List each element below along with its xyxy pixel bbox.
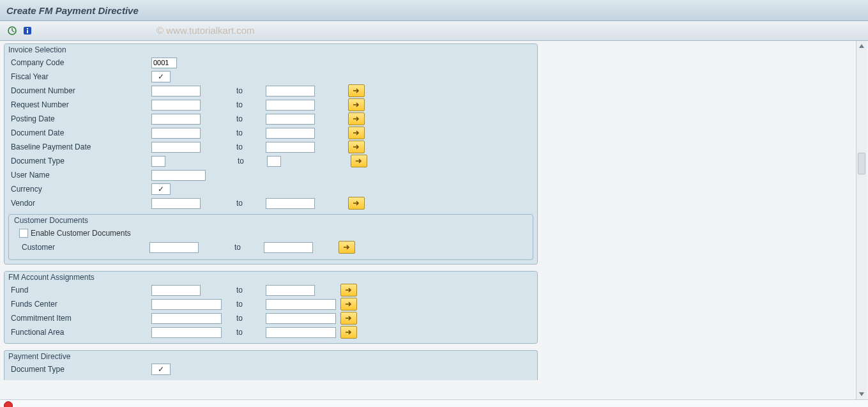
label-fiscal-year: Fiscal Year	[8, 72, 151, 81]
input-funds-center-to[interactable]	[266, 299, 336, 310]
label-to: to	[234, 114, 266, 123]
label-to: to	[234, 142, 266, 151]
multiple-selection-button[interactable]	[348, 127, 365, 139]
input-commitment-to[interactable]	[266, 313, 336, 324]
input-currency[interactable]	[151, 183, 171, 195]
input-document-type-from[interactable]	[151, 156, 165, 167]
input-commitment-from[interactable]	[151, 313, 222, 324]
label-baseline-date: Baseline Payment Date	[8, 142, 151, 151]
svg-line-2	[12, 31, 14, 32]
watermark: © www.tutorialkart.com	[156, 25, 255, 36]
multiple-selection-button[interactable]	[348, 197, 365, 210]
multiple-selection-button[interactable]	[340, 326, 357, 339]
input-request-number-to[interactable]	[266, 100, 315, 111]
multiple-selection-button[interactable]	[348, 112, 365, 125]
input-customer-from[interactable]	[149, 242, 199, 253]
subgroup-title-customer-documents: Customer Documents	[9, 215, 533, 226]
label-enable-customer-documents: Enable Customer Documents	[31, 229, 131, 238]
multiple-selection-button[interactable]	[351, 155, 367, 167]
stop-icon	[4, 401, 13, 407]
label-to: to	[234, 314, 266, 323]
label-document-date: Document Date	[8, 128, 151, 137]
label-to: to	[234, 328, 266, 337]
row-enable-customer-documents: Enable Customer Documents	[19, 226, 528, 240]
label-customer: Customer	[19, 243, 149, 252]
info-icon[interactable]	[22, 25, 33, 36]
input-vendor-to[interactable]	[266, 198, 315, 209]
label-document-type: Document Type	[8, 157, 151, 165]
multiple-selection-button[interactable]	[348, 84, 365, 97]
input-posting-date-from[interactable]	[151, 114, 201, 125]
row-customer: Customer to	[19, 240, 528, 254]
row-fund: Fund to	[8, 283, 533, 297]
multiple-selection-button[interactable]	[340, 312, 357, 325]
checkbox-enable-customer-documents[interactable]	[19, 229, 28, 238]
input-posting-date-to[interactable]	[266, 114, 315, 125]
label-user-name: User Name	[8, 171, 151, 180]
row-commitment-item: Commitment Item to	[8, 311, 533, 325]
input-document-number-from[interactable]	[151, 86, 201, 96]
input-fund-from[interactable]	[151, 285, 201, 296]
input-baseline-date-to[interactable]	[266, 142, 315, 153]
row-pd-document-type: Document Type	[8, 362, 533, 376]
label-commitment-item: Commitment Item	[8, 314, 151, 323]
row-funds-center: Funds Center to	[8, 297, 533, 311]
input-user-name[interactable]	[151, 170, 206, 181]
multiple-selection-button[interactable]	[348, 141, 365, 153]
group-fm-account-assignments: FM Account Assignments Fund to Funds Cen…	[4, 271, 538, 344]
input-document-number-to[interactable]	[266, 86, 315, 96]
toolbar: © www.tutorialkart.com	[0, 21, 868, 41]
input-document-date-from[interactable]	[151, 128, 201, 139]
scroll-down-icon[interactable]	[857, 389, 867, 399]
row-posting-date: Posting Date to	[8, 112, 533, 126]
input-funds-center-from[interactable]	[151, 299, 222, 310]
label-fund: Fund	[8, 286, 151, 295]
input-request-number-from[interactable]	[151, 100, 201, 111]
input-vendor-from[interactable]	[151, 198, 201, 209]
input-functional-area-from[interactable]	[151, 327, 222, 338]
label-to: to	[235, 157, 267, 165]
input-pd-document-type[interactable]	[151, 364, 171, 375]
label-posting-date: Posting Date	[8, 114, 151, 123]
row-user-name: User Name	[8, 168, 533, 182]
row-document-date: Document Date to	[8, 126, 533, 140]
input-baseline-date-from[interactable]	[151, 142, 201, 153]
row-document-number: Document Number to	[8, 84, 533, 98]
input-document-type-to[interactable]	[267, 156, 281, 167]
multiple-selection-button[interactable]	[348, 98, 365, 111]
input-fiscal-year[interactable]	[151, 71, 171, 82]
scroll-track[interactable]	[857, 51, 867, 389]
label-to: to	[234, 300, 266, 309]
vertical-scrollbar[interactable]	[856, 41, 867, 399]
group-title-fm-account: FM Account Assignments	[4, 272, 537, 283]
input-functional-area-to[interactable]	[266, 327, 336, 338]
label-functional-area: Functional Area	[8, 328, 151, 337]
input-document-date-to[interactable]	[266, 128, 315, 139]
row-document-type: Document Type to	[8, 154, 533, 168]
group-title-payment-directive: Payment Directive	[4, 351, 537, 362]
input-customer-to[interactable]	[264, 242, 313, 253]
form-content: Invoice Selection Company Code Fiscal Ye…	[0, 41, 542, 384]
input-fund-to[interactable]	[266, 285, 315, 296]
label-document-number: Document Number	[8, 86, 151, 95]
row-fiscal-year: Fiscal Year	[8, 70, 533, 84]
scroll-up-icon[interactable]	[857, 41, 867, 51]
label-to: to	[232, 243, 264, 252]
label-vendor: Vendor	[8, 199, 151, 208]
execute-icon[interactable]	[6, 25, 18, 36]
input-company-code[interactable]	[151, 58, 177, 68]
title-bar: Create FM Payment Directive	[0, 0, 868, 21]
svg-rect-5	[27, 30, 28, 33]
multiple-selection-button[interactable]	[340, 284, 357, 296]
label-to: to	[234, 199, 266, 208]
multiple-selection-button[interactable]	[339, 241, 355, 254]
label-to: to	[234, 86, 266, 95]
subgroup-customer-documents: Customer Documents Enable Customer Docum…	[8, 214, 533, 260]
status-bar	[0, 399, 868, 407]
label-to: to	[234, 286, 266, 295]
scroll-thumb[interactable]	[858, 153, 865, 174]
row-functional-area: Functional Area to	[8, 325, 533, 339]
multiple-selection-button[interactable]	[340, 298, 357, 311]
row-currency: Currency	[8, 182, 533, 196]
label-company-code: Company Code	[8, 58, 151, 67]
